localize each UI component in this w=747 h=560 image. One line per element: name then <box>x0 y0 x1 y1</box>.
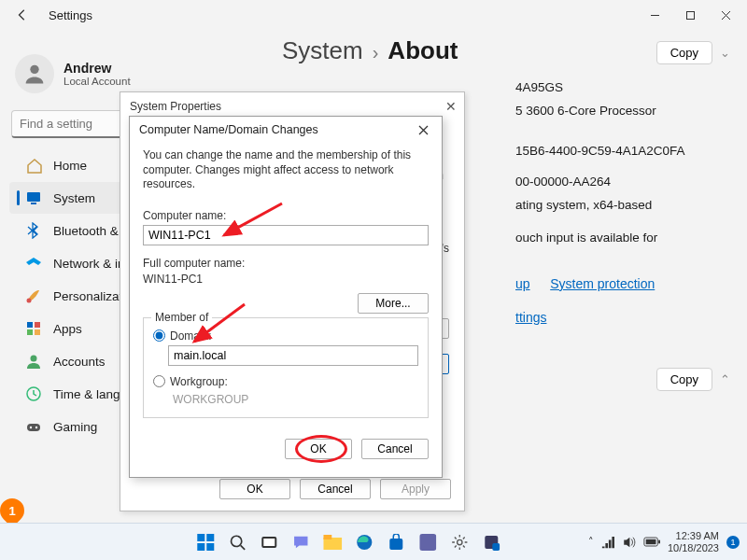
store-icon[interactable] <box>383 529 409 555</box>
link-system-protection[interactable]: System protection <box>550 276 655 291</box>
computer-name-label: Computer name: <box>143 209 429 222</box>
svg-point-32 <box>458 539 462 544</box>
svg-rect-20 <box>206 534 214 541</box>
more-button[interactable]: More... <box>358 293 429 314</box>
volume-tray-icon[interactable] <box>622 536 636 549</box>
app-icon-2[interactable] <box>478 529 504 555</box>
settings-taskbar-icon[interactable] <box>446 529 472 555</box>
spec-id: 4A95GS <box>515 80 563 94</box>
svg-rect-9 <box>35 322 40 328</box>
svg-point-23 <box>232 536 242 546</box>
nav-item-label: Gaming <box>53 420 97 434</box>
edge-icon[interactable] <box>351 529 377 555</box>
accounts-icon <box>25 353 42 370</box>
system-icon <box>25 189 42 206</box>
domain-changes-dialog: Computer Name/Domain Changes You can cha… <box>129 116 443 478</box>
workgroup-radio-label: Workgroup: <box>170 375 228 388</box>
nav-item-label: Apps <box>53 322 82 336</box>
spec-cpu: 5 3600 6-Core Processor <box>515 104 656 118</box>
svg-rect-10 <box>27 329 33 335</box>
task-view-icon[interactable] <box>256 529 282 555</box>
maximize-button[interactable] <box>672 0 708 30</box>
taskbar-center <box>192 529 504 555</box>
chevron-right-icon: › <box>373 42 379 63</box>
wifi-icon <box>25 255 42 272</box>
sysprops-ok-button[interactable]: OK <box>219 479 290 499</box>
domain-radio-label: Domain: <box>170 329 212 343</box>
svg-rect-26 <box>263 539 275 546</box>
taskbar-search-icon[interactable] <box>224 529 250 555</box>
apps-icon <box>25 320 42 337</box>
explorer-icon[interactable] <box>319 529 345 555</box>
svg-point-16 <box>35 427 37 428</box>
svg-rect-28 <box>323 535 331 539</box>
start-button[interactable] <box>192 529 218 555</box>
window-title: Settings <box>49 8 637 22</box>
brush-icon <box>25 287 42 304</box>
svg-rect-11 <box>35 329 40 335</box>
user-subtitle: Local Account <box>63 76 131 87</box>
copy-button-top[interactable]: Copy <box>656 41 712 64</box>
svg-line-24 <box>241 545 246 550</box>
window-titlebar: Settings <box>0 0 747 30</box>
minimize-button[interactable] <box>637 0 672 30</box>
svg-rect-14 <box>27 424 40 431</box>
svg-rect-5 <box>27 192 40 202</box>
domain-radio[interactable] <box>153 329 165 342</box>
back-button[interactable] <box>4 0 41 30</box>
svg-rect-19 <box>197 534 204 541</box>
system-tray[interactable]: ˄ 12:39 AM 10/18/2023 1 <box>588 530 740 553</box>
full-name-value: WIN11-PC1 <box>143 273 429 286</box>
workgroup-radio[interactable] <box>153 375 165 387</box>
copy-button-bottom[interactable]: Copy <box>656 368 712 391</box>
svg-rect-22 <box>206 543 214 551</box>
svg-rect-34 <box>492 543 500 551</box>
tray-chevron-icon[interactable]: ˄ <box>588 536 594 548</box>
spec-productid: 00-00000-AA264 <box>515 175 611 189</box>
svg-rect-36 <box>646 539 656 544</box>
link-startup[interactable]: up <box>515 276 530 291</box>
page-title: About <box>388 36 458 65</box>
battery-tray-icon[interactable] <box>643 537 660 547</box>
app-icon-1[interactable] <box>415 529 441 555</box>
svg-point-7 <box>27 299 32 303</box>
svg-rect-1 <box>686 11 694 19</box>
dlg-close-button[interactable] <box>408 119 438 141</box>
breadcrumb-section[interactable]: System <box>282 36 363 65</box>
link-settings[interactable]: ttings <box>515 310 546 325</box>
avatar-icon <box>15 54 54 93</box>
dlg-instructions: You can change the name and the membersh… <box>143 148 429 192</box>
nav-item-label: Accounts <box>53 355 106 369</box>
notification-badge[interactable]: 1 <box>726 536 740 549</box>
tray-time: 12:39 AM <box>668 530 719 541</box>
close-button[interactable] <box>708 0 743 30</box>
nav-item-label: Home <box>53 159 87 173</box>
sysprops-cancel-button[interactable]: Cancel <box>300 479 371 499</box>
dlg-ok-button[interactable]: OK <box>285 439 352 459</box>
user-name: Andrew <box>63 61 131 76</box>
svg-rect-21 <box>197 543 204 551</box>
dlg-cancel-button[interactable]: Cancel <box>361 439 429 459</box>
svg-rect-30 <box>389 539 402 550</box>
sysprops-apply-button[interactable]: Apply <box>380 479 451 499</box>
sysprops-close-icon[interactable]: ✕ <box>445 99 457 114</box>
svg-rect-6 <box>31 203 36 204</box>
member-of-group: Member of Domain: Workgroup: WORKGROUP <box>143 317 429 418</box>
gaming-icon <box>25 418 42 435</box>
sysprops-title: System Properties <box>130 100 221 113</box>
svg-point-15 <box>30 427 32 428</box>
network-tray-icon[interactable] <box>601 536 614 549</box>
chat-icon[interactable] <box>288 529 314 555</box>
tray-date: 10/18/2023 <box>668 542 719 553</box>
spec-arch: ating system, x64-based <box>515 198 652 212</box>
computer-name-field[interactable] <box>143 225 429 245</box>
time-icon <box>25 385 42 402</box>
spec-deviceid: 15B6-4400-9C59-4A1A2C0FA <box>515 144 685 158</box>
taskbar: ˄ 12:39 AM 10/18/2023 1 <box>0 523 747 560</box>
bluetooth-icon <box>25 222 42 239</box>
domain-field[interactable] <box>168 345 418 366</box>
svg-point-2 <box>30 65 38 74</box>
svg-rect-31 <box>419 534 436 551</box>
full-name-label: Full computer name: <box>143 257 429 270</box>
home-icon <box>25 157 42 174</box>
